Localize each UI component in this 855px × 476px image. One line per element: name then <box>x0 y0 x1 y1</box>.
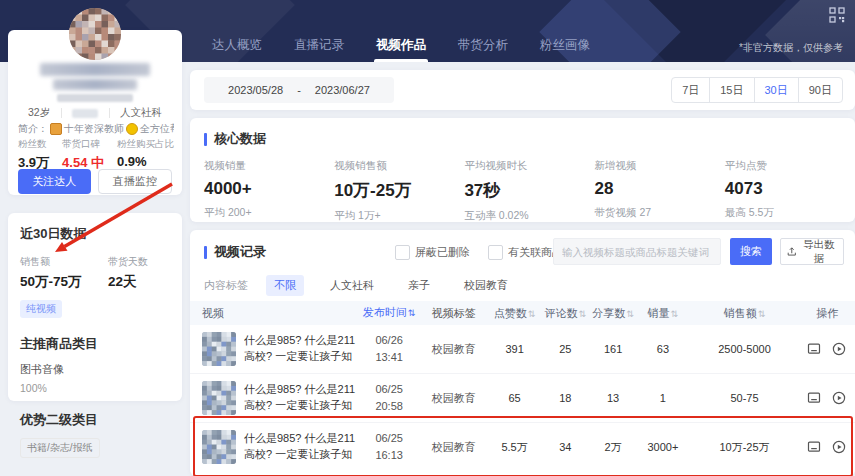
column-header-发布时间[interactable]: 发布时间⇅ <box>359 304 419 321</box>
tab-粉丝画像[interactable]: 粉丝画像 <box>532 28 598 62</box>
profile-meta-row: 32岁 人文社科 <box>8 106 182 120</box>
avatar <box>69 8 121 60</box>
column-header-label: 点赞数 <box>494 307 527 319</box>
tab-直播记录[interactable]: 直播记录 <box>286 28 352 62</box>
title-accent-bar <box>204 246 207 259</box>
column-header-销量[interactable]: 销量⇅ <box>636 306 690 321</box>
metric-sub: 平均 1万+ <box>334 209 464 223</box>
sales-label: 销售额 <box>20 255 108 269</box>
tab-视频作品[interactable]: 视频作品 <box>368 28 434 62</box>
records-title: 视频记录 <box>204 243 266 261</box>
profile-stat: 粉丝购买占比0.9% <box>117 138 174 172</box>
column-header-label: 销量 <box>648 307 670 319</box>
revenue-cell: 50-75 <box>690 392 800 404</box>
play-icon[interactable] <box>832 440 847 455</box>
column-header-评论数[interactable]: 评论数⇅ <box>540 306 590 321</box>
intro-label: 简介： <box>18 122 48 136</box>
content-tag-label: 内容标签 <box>204 278 248 293</box>
ops-cell <box>799 440 855 455</box>
publish-date-cell: 06/2516:13 <box>359 430 419 464</box>
medal-emoji-icon <box>126 123 138 135</box>
date-range-picker[interactable]: 2023/05/28 - 2023/06/27 <box>204 77 394 103</box>
tag-pill-人文社科[interactable]: 人文社科 <box>322 275 382 296</box>
stat-label: 粉丝购买占比 <box>117 138 174 151</box>
ops-cell <box>799 391 855 406</box>
core-metric: 平均点赞4073最高 5.5万 <box>725 159 855 223</box>
recent-30d-card: 近30日数据 销售额 50万-75万 带货天数 22天 纯视频 主推商品类目 图… <box>8 213 182 401</box>
category-label: 人文社科 <box>120 106 162 120</box>
revenue-cell: 2500-5000 <box>690 343 800 355</box>
comments-cell: 25 <box>540 343 590 355</box>
table-row[interactable]: 什么是985? 什么是211高校? 一定要让孩子知道#...06/2516:13… <box>190 422 855 471</box>
detail-icon[interactable] <box>807 391 822 406</box>
sort-icon[interactable]: ⇅ <box>579 309 587 319</box>
core-metric: 平均视频时长37秒互动率 0.02% <box>464 159 594 223</box>
days-value: 22天 <box>108 273 148 291</box>
checkbox-box[interactable] <box>488 245 503 260</box>
video-search-input[interactable] <box>553 238 721 265</box>
intro-text-2: 全方位帮... <box>140 122 174 136</box>
tag-pill-不限[interactable]: 不限 <box>266 275 304 296</box>
profile-buttons: 关注达人 直播监控 <box>18 169 172 194</box>
table-row[interactable]: 什么是985? 什么是211高校? 一定要让孩子知道#...06/2520:58… <box>190 373 855 422</box>
tab-带货分析[interactable]: 带货分析 <box>450 28 516 62</box>
likes-cell: 65 <box>489 392 541 404</box>
metric-label: 视频销售额 <box>334 159 464 173</box>
metric-value: 4073 <box>725 179 855 199</box>
stat-value: 0.9% <box>117 154 174 169</box>
video-tag-cell: 校园教育 <box>419 440 489 455</box>
publish-date: 06/25 <box>359 381 419 398</box>
table-body: 什么是985? 什么是211高校? 一定要让孩子知道#...06/2613:41… <box>190 325 855 471</box>
qr-code-icon[interactable] <box>829 7 845 23</box>
table-row[interactable]: 什么是985? 什么是211高校? 一定要让孩子知道#...06/2613:41… <box>190 325 855 373</box>
column-header-label: 视频 <box>202 306 224 321</box>
play-icon[interactable] <box>832 391 847 406</box>
stat-label: 带货口碑 <box>62 138 104 151</box>
profile-card: 32岁 人文社科 简介： 十年资深教师 全方位帮... 粉丝数3.9万带货口碑4… <box>8 30 182 195</box>
export-data-button[interactable]: 导出数据 <box>780 238 844 265</box>
video-thumbnail[interactable] <box>202 381 236 415</box>
sort-icon[interactable]: ⇅ <box>626 309 634 319</box>
detail-icon[interactable] <box>807 342 822 357</box>
title-accent-bar <box>204 133 207 146</box>
date-start: 2023/05/28 <box>228 84 283 96</box>
period-button-7日[interactable]: 7日 <box>671 77 710 103</box>
tab-达人概览[interactable]: 达人概览 <box>204 28 270 62</box>
video-thumbnail[interactable] <box>202 430 236 464</box>
subcategory-tag: 书籍/杂志/报纸 <box>20 438 100 458</box>
checkbox-box[interactable] <box>395 245 410 260</box>
play-icon[interactable] <box>832 342 847 357</box>
period-button-30日[interactable]: 30日 <box>754 77 799 103</box>
blurred-location <box>72 109 98 118</box>
column-header-分享数[interactable]: 分享数⇅ <box>590 306 636 321</box>
detail-icon[interactable] <box>807 440 822 455</box>
checkbox-hide-deleted[interactable]: 屏蔽已删除 <box>395 245 470 260</box>
search-button[interactable]: 搜索 <box>730 238 772 265</box>
publish-date: 06/25 <box>359 430 419 447</box>
live-monitor-button[interactable]: 直播监控 <box>98 169 173 194</box>
follow-button[interactable]: 关注达人 <box>18 169 91 194</box>
metric-label: 平均点赞 <box>725 159 855 173</box>
period-button-15日[interactable]: 15日 <box>709 77 754 103</box>
publish-time: 13:41 <box>359 349 419 366</box>
checkbox-has-linked-product[interactable]: 有关联商品 <box>488 245 563 260</box>
column-header-销售额[interactable]: 销售额⇅ <box>690 306 800 321</box>
sort-icon[interactable]: ⇅ <box>671 309 679 319</box>
tag-pill-亲子[interactable]: 亲子 <box>400 275 438 296</box>
column-header-label: 操作 <box>816 306 838 321</box>
tag-pill-校园教育[interactable]: 校园教育 <box>456 275 516 296</box>
export-label: 导出数据 <box>801 238 837 266</box>
sort-icon[interactable]: ⇅ <box>758 309 766 319</box>
sort-icon[interactable]: ⇅ <box>528 309 536 319</box>
stat-label: 粉丝数 <box>18 138 49 151</box>
video-tag-cell: 校园教育 <box>419 391 489 406</box>
sales-value: 50万-75万 <box>20 273 108 291</box>
column-header-点赞数[interactable]: 点赞数⇅ <box>489 306 541 321</box>
period-button-90日[interactable]: 90日 <box>798 77 843 103</box>
metric-sub: 带货视频 27 <box>595 206 725 220</box>
divider <box>61 108 62 118</box>
sort-icon[interactable]: ⇅ <box>408 308 416 318</box>
profile-stat: 粉丝数3.9万 <box>18 138 49 172</box>
core-data-title-text: 核心数据 <box>214 130 266 148</box>
video-thumbnail[interactable] <box>202 332 236 366</box>
